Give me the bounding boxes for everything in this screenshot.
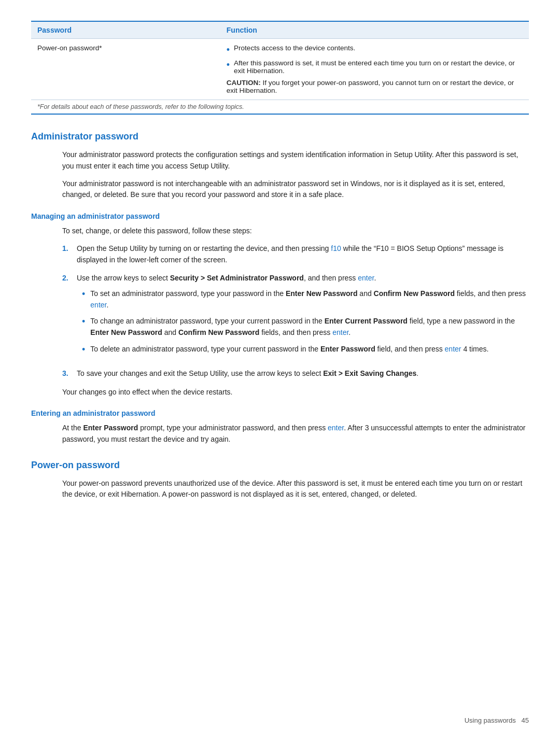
sub-bullet-2: • To change an administrator password, t… (82, 316, 529, 338)
password-table-section: Password Function Power-on password* • P… (31, 21, 529, 115)
sub2-bold2: Enter New Password (90, 328, 162, 336)
sub-bullet-dot-1: • (82, 288, 85, 300)
caution-text: If you forget your power-on password, yo… (227, 79, 514, 94)
step-1: 1. Open the Setup Utility by turning on … (62, 243, 529, 265)
after-steps-text: Your changes go into effect when the dev… (62, 387, 529, 398)
power-on-para: Your power-on password prevents unauthor… (62, 478, 529, 500)
entering-link: enter (328, 424, 344, 432)
entering-heading: Entering an administrator password (31, 409, 529, 417)
sub-bullet-1: • To set an administrator password, type… (82, 288, 529, 311)
step-2: 2. Use the arrow keys to select Security… (62, 273, 529, 361)
sub1-link: enter (90, 301, 106, 309)
col-password-header: Password (31, 21, 220, 39)
step-1-num: 1. (62, 243, 77, 255)
sub-bullet-2-content: To change an administrator password, typ… (90, 316, 529, 338)
sub-bullet-dot-2: • (82, 316, 85, 328)
step-2-text-before: Use the arrow keys to select (77, 274, 170, 282)
power-on-section: Power-on password Your power-on password… (31, 460, 529, 500)
managing-intro: To set, change, or delete this password,… (62, 226, 529, 237)
step-1-link: f10 (331, 244, 341, 252)
bullet-dot-1: • (227, 44, 230, 56)
footer-page-num: 45 (522, 716, 529, 724)
steps-list: 1. Open the Setup Utility by turning on … (62, 243, 529, 379)
bullet-item-2: • After this password is set, it must be… (227, 59, 523, 75)
caution-label: CAUTION: (227, 79, 261, 87)
admin-password-section: Administrator password Your administrato… (31, 131, 529, 445)
table-row: Power-on password* • Protects access to … (31, 39, 529, 100)
sub1-text-mid: and (357, 289, 373, 298)
step-2-link: enter (358, 274, 374, 282)
step-2-text-after: , and then press (304, 274, 358, 282)
power-on-password-label: Power-on password* (37, 44, 102, 52)
power-on-heading: Power-on password (31, 460, 529, 471)
admin-para-1: Your administrator password protects the… (62, 149, 529, 172)
step-3-content: To save your changes and exit the Setup … (77, 368, 529, 379)
sub2-text-mid1: field, type a new password in the (408, 317, 515, 325)
sub2-text-mid2: and (162, 328, 178, 336)
step-1-content: Open the Setup Utility by turning on or … (77, 243, 529, 265)
sub2-period: . (348, 328, 351, 336)
step-3-bold: Exit > Exit Saving Changes (323, 369, 416, 377)
sub-bullet-1-content: To set an administrator password, type y… (90, 288, 529, 311)
sub2-text-after: fields, and then press (259, 328, 332, 336)
sub-bullet-3-content: To delete an administrator password, typ… (90, 344, 488, 355)
bullet-text-2: After this password is set, it must be e… (234, 59, 523, 75)
col-function-header: Function (220, 21, 529, 39)
sub2-bold1: Enter Current Password (325, 317, 408, 325)
step-2-bold: Security > Set Administrator Password (170, 274, 304, 282)
entering-para: At the Enter Password prompt, type your … (62, 423, 529, 445)
sub1-text-before: To set an administrator password, type y… (90, 289, 286, 298)
footnote-cell: *For details about each of these passwor… (31, 100, 529, 115)
sub2-link: enter (332, 328, 348, 336)
caution-block: CAUTION: If you forget your power-on pas… (227, 79, 523, 94)
sub3-text-before: To delete an administrator password, typ… (90, 345, 320, 353)
managing-heading: Managing an administrator password (31, 212, 529, 220)
entering-text-before: At the (62, 424, 83, 432)
step-2-content: Use the arrow keys to select Security > … (77, 273, 529, 361)
step-2-num: 2. (62, 273, 77, 284)
sub3-link: enter (445, 345, 461, 353)
bullet-text-1: Protects access to the device contents. (234, 44, 355, 52)
sub-bullet-3: • To delete an administrator password, t… (82, 344, 529, 356)
bullet-dot-2: • (227, 59, 230, 71)
function-cell: • Protects access to the device contents… (220, 39, 529, 100)
sub-bullet-dot-3: • (82, 344, 85, 356)
sub2-bold3: Confirm New Password (178, 328, 259, 336)
step-2-sub-bullets: • To set an administrator password, type… (82, 288, 529, 356)
entering-bold1: Enter Password (83, 424, 138, 432)
step-2-period: . (374, 274, 376, 282)
admin-password-heading: Administrator password (31, 131, 529, 142)
admin-para-2: Your administrator password is not inter… (62, 178, 529, 201)
footnote-row: *For details about each of these passwor… (31, 100, 529, 115)
sub1-period: . (106, 301, 108, 309)
sub1-bold2: Confirm New Password (374, 289, 455, 298)
sub3-bold1: Enter Password (320, 345, 375, 353)
sub3-text-end: 4 times. (461, 345, 489, 353)
footer-text: Using passwords (465, 716, 516, 724)
step-3-num: 3. (62, 368, 77, 379)
sub1-bold1: Enter New Password (286, 289, 358, 298)
page-footer: Using passwords 45 (465, 716, 529, 724)
bullet-item-1: • Protects access to the device contents… (227, 44, 523, 56)
step-3-period: . (416, 369, 418, 377)
sub3-text-after: field, and then press (375, 345, 445, 353)
password-table: Password Function Power-on password* • P… (31, 21, 529, 115)
power-on-password-cell: Power-on password* (31, 39, 220, 100)
sub1-text-after: fields, and then press (455, 289, 526, 298)
step-1-text-before: Open the Setup Utility by turning on or … (77, 244, 331, 252)
step-3: 3. To save your changes and exit the Set… (62, 368, 529, 379)
step-3-text-before: To save your changes and exit the Setup … (77, 369, 323, 377)
sub2-text-before: To change an administrator password, typ… (90, 317, 324, 325)
entering-text-mid: prompt, type your administrator password… (138, 424, 328, 432)
